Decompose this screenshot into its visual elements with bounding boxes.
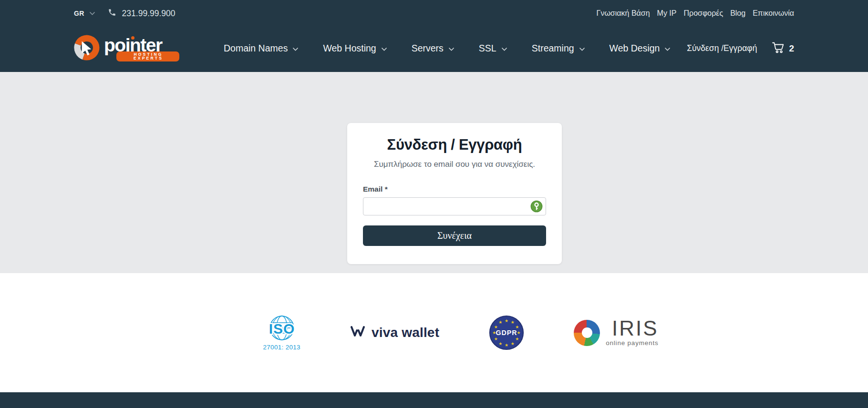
phone-number: 231.99.99.900	[122, 9, 176, 19]
viva-wallet-wordmark: viva wallet	[372, 325, 439, 340]
chevron-down-icon	[381, 43, 387, 54]
iris-payments-badge: IRIS online payments	[574, 319, 658, 347]
card-title: Σύνδεση / Εγγραφή	[363, 136, 546, 153]
viva-wallet-badge: viva wallet	[350, 325, 439, 341]
phone-link[interactable]: 231.99.99.900	[108, 8, 176, 19]
logo-pointer-icon	[74, 35, 100, 62]
logo[interactable]: pointer HOSTING EXPERTS	[74, 35, 179, 62]
card-subtitle: Συμπλήρωσε το email σου για να συνεχίσει…	[363, 160, 546, 169]
continue-button[interactable]: Συνέχεια	[363, 225, 546, 246]
password-manager-key-icon[interactable]	[530, 200, 543, 213]
language-selector[interactable]: GR	[74, 9, 95, 18]
nav-item-streaming[interactable]: Streaming	[532, 43, 585, 54]
gdpr-badge: ★ ★ ★ ★ ★ ★ ★ ★ ★ ★ ★ ★ GDPR	[488, 315, 525, 351]
iso-certification-number: 27001: 2013	[263, 344, 300, 351]
topbar-link-knowledge-base[interactable]: Γνωσιακή Βάση	[597, 9, 650, 18]
svg-text:★: ★	[494, 337, 498, 341]
nav-item-web-hosting[interactable]: Web Hosting	[323, 43, 387, 54]
svg-text:★: ★	[498, 320, 502, 325]
trust-badges-section: ISO 27001: 2013 viva wallet ★ ★ ★ ★ ★ ★	[0, 273, 868, 392]
topbar: GR 231.99.99.900 Γνωσιακή Βάση My IP Προ…	[74, 0, 794, 25]
email-field[interactable]	[363, 197, 546, 215]
svg-text:★: ★	[511, 341, 515, 346]
iso-globe-icon: ISO	[265, 315, 299, 343]
page-body: Σύνδεση / Εγγραφή Συμπλήρωσε το email σο…	[0, 72, 868, 273]
nav-item-servers[interactable]: Servers	[412, 43, 455, 54]
svg-text:★: ★	[517, 330, 521, 335]
iso-27001-badge: ISO 27001: 2013	[263, 315, 300, 351]
chevron-down-icon	[448, 43, 455, 54]
iris-ring-icon	[574, 320, 600, 346]
svg-text:★: ★	[498, 341, 502, 346]
chevron-down-icon	[579, 43, 585, 54]
login-register-link[interactable]: Σύνδεση /Εγγραφή	[687, 43, 757, 53]
topbar-link-contact[interactable]: Επικοινωνία	[753, 9, 794, 18]
main-navbar: pointer HOSTING EXPERTS Domain Names Web…	[74, 25, 794, 72]
language-code: GR	[74, 10, 84, 17]
svg-text:★: ★	[505, 343, 508, 347]
svg-text:★: ★	[494, 325, 498, 329]
gdpr-wordmark: GDPR	[496, 329, 517, 337]
chevron-down-icon	[501, 43, 507, 54]
site-header: GR 231.99.99.900 Γνωσιακή Βάση My IP Προ…	[0, 0, 868, 72]
topbar-link-offers[interactable]: Προσφορές	[683, 9, 723, 18]
nav-item-web-design[interactable]: Web Design	[610, 43, 671, 54]
svg-text:★: ★	[515, 325, 519, 329]
viva-wallet-icon	[350, 325, 366, 341]
chevron-down-icon	[292, 43, 299, 54]
phone-icon	[108, 8, 116, 19]
nav-item-domain-names[interactable]: Domain Names	[224, 43, 299, 54]
cart-icon	[772, 42, 785, 55]
topbar-link-blog[interactable]: Blog	[730, 9, 745, 18]
cart-button[interactable]: 2	[772, 42, 794, 55]
svg-text:★: ★	[505, 318, 508, 323]
topbar-links: Γνωσιακή Βάση My IP Προσφορές Blog Επικο…	[597, 9, 794, 18]
main-menu: Domain Names Web Hosting Servers SSL Str…	[224, 43, 671, 54]
login-card: Σύνδεση / Εγγραφή Συμπλήρωσε το email σο…	[347, 123, 562, 264]
bottom-footer-bar	[0, 392, 868, 408]
topbar-link-my-ip[interactable]: My IP	[657, 9, 677, 18]
chevron-down-icon	[89, 9, 95, 18]
iris-subtitle: online payments	[606, 339, 658, 347]
chevron-down-icon	[664, 43, 671, 54]
svg-text:★: ★	[511, 320, 515, 325]
nav-item-ssl[interactable]: SSL	[479, 43, 507, 54]
iris-wordmark: IRIS	[612, 319, 659, 338]
cart-count: 2	[789, 43, 794, 54]
email-label: Email *	[363, 185, 546, 194]
svg-text:★: ★	[515, 337, 519, 341]
logo-i-dot	[131, 36, 134, 40]
iso-wordmark: ISO	[269, 321, 295, 337]
